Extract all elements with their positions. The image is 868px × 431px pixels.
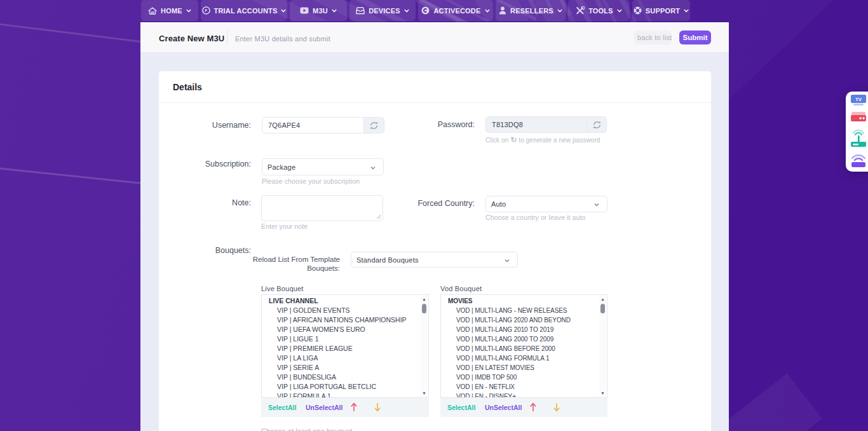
- svg-text:TV: TV: [855, 97, 862, 102]
